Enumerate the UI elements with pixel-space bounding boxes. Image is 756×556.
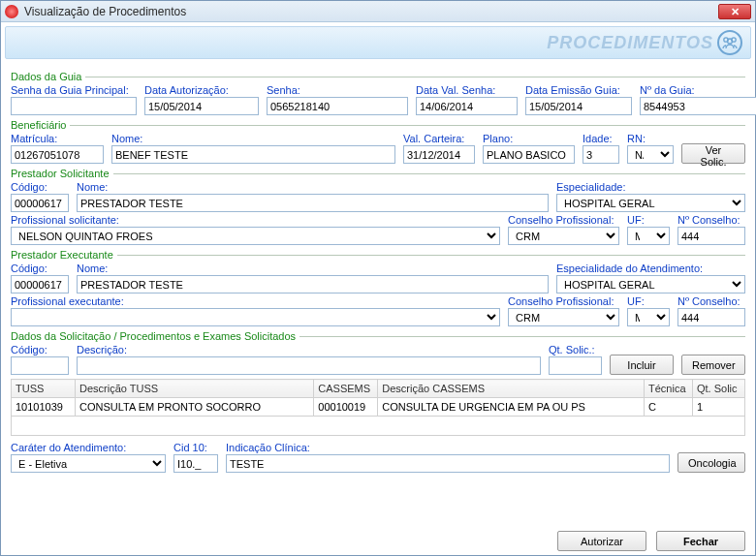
banner: PROCEDIMENTOS bbox=[5, 26, 751, 59]
table-row-empty bbox=[12, 417, 745, 436]
divider bbox=[299, 336, 745, 337]
sol-conselho-select[interactable]: CRM bbox=[508, 227, 619, 245]
exe-nome-label: Nome: bbox=[77, 263, 549, 274]
data-val-senha-input[interactable] bbox=[416, 97, 518, 115]
th-qt: Qt. Solic bbox=[693, 380, 745, 398]
prof-sol-label: Profissional solicitante: bbox=[11, 214, 500, 226]
exe-no-conselho-input[interactable] bbox=[677, 308, 745, 326]
indicacao-input[interactable] bbox=[226, 454, 670, 473]
fechar-button[interactable]: Fechar bbox=[656, 531, 745, 551]
group-prest-exe: Prestador Executante bbox=[11, 249, 745, 261]
cell-desc-tuss: CONSULTA EM PRONTO SOCORRO bbox=[76, 398, 314, 417]
prof-exe-select[interactable] bbox=[11, 308, 500, 326]
idade-label: Idade: bbox=[583, 133, 619, 144]
data-autorizacao-label: Data Autorização: bbox=[144, 84, 259, 96]
th-desc-tuss: Descrição TUSS bbox=[76, 380, 314, 398]
table-header-row: TUSS Descrição TUSS CASSEMS Descrição CA… bbox=[12, 380, 745, 398]
no-guia-label: Nº da Guia: bbox=[640, 84, 756, 96]
group-dados-sol: Dados da Solicitação / Procedimentos e E… bbox=[11, 330, 745, 342]
exe-especialidade-label: Especialidade do Atendimento: bbox=[556, 263, 745, 274]
data-val-senha-label: Data Val. Senha: bbox=[416, 84, 518, 96]
exe-codigo-input[interactable] bbox=[11, 275, 69, 293]
data-emissao-guia-label: Data Emissão Guia: bbox=[525, 84, 632, 96]
sol-nome-label: Nome: bbox=[77, 181, 549, 193]
proc-descricao-label: Descrição: bbox=[77, 344, 541, 355]
group-prest-sol: Prestador Solicitante bbox=[11, 168, 745, 179]
group-guia: Dados da Guia bbox=[11, 71, 745, 82]
window: Visualização de Procedimentos ✕ PROCEDIM… bbox=[0, 0, 756, 556]
carater-label: Caráter do Atendimento: bbox=[11, 442, 166, 453]
indicacao-label: Indicação Clínica: bbox=[226, 442, 670, 453]
data-emissao-guia-input[interactable] bbox=[525, 97, 632, 115]
prof-sol-select[interactable]: NELSON QUINTAO FROES bbox=[11, 227, 500, 245]
remover-button[interactable]: Remover bbox=[681, 355, 745, 375]
th-desc-cassems: Descrição CASSEMS bbox=[378, 380, 645, 398]
th-tuss: TUSS bbox=[12, 380, 76, 398]
incluir-button[interactable]: Incluir bbox=[610, 355, 674, 375]
ver-solic-button[interactable]: Ver Solic. bbox=[681, 143, 745, 164]
oncologia-button[interactable]: Oncologia bbox=[677, 452, 745, 473]
no-guia-input[interactable] bbox=[640, 97, 756, 115]
prof-exe-label: Profissional executante: bbox=[11, 295, 500, 307]
group-prest-sol-label: Prestador Solicitante bbox=[11, 168, 110, 179]
data-autorizacao-input[interactable] bbox=[144, 97, 259, 115]
table-row[interactable]: 10101039 CONSULTA EM PRONTO SOCORRO 0001… bbox=[12, 398, 745, 417]
rn-select[interactable]: NÃO bbox=[627, 145, 674, 164]
exe-uf-select[interactable]: MS bbox=[627, 308, 670, 326]
senha-guia-principal-label: Senha da Guia Principal: bbox=[11, 84, 137, 96]
cid10-input[interactable] bbox=[173, 454, 218, 473]
cell-cassems: 00010019 bbox=[314, 398, 378, 417]
divider bbox=[70, 125, 745, 126]
th-tecnica: Técnica bbox=[645, 380, 693, 398]
cell-tuss: 10101039 bbox=[12, 398, 76, 417]
content: Dados da Guia Senha da Guia Principal: D… bbox=[1, 63, 755, 480]
autorizar-button[interactable]: Autorizar bbox=[557, 531, 646, 551]
carater-select[interactable]: E - Eletiva bbox=[11, 454, 166, 473]
cell-qt: 1 bbox=[693, 398, 745, 417]
banner-text: PROCEDIMENTOS bbox=[547, 33, 713, 53]
exe-nome-input[interactable] bbox=[77, 275, 549, 293]
group-prest-exe-label: Prestador Executante bbox=[11, 249, 113, 261]
exe-no-conselho-label: Nº Conselho: bbox=[677, 295, 745, 307]
idade-input[interactable] bbox=[583, 145, 619, 164]
sol-conselho-label: Conselho Profissional: bbox=[508, 214, 619, 226]
sol-especialidade-select[interactable]: HOSPITAL GERAL bbox=[556, 194, 745, 212]
matricula-input[interactable] bbox=[11, 145, 104, 164]
th-cassems: CASSEMS bbox=[314, 380, 378, 398]
window-title: Visualização de Procedimentos bbox=[24, 5, 186, 18]
sol-uf-select[interactable]: MS bbox=[627, 227, 670, 245]
matricula-label: Matrícula: bbox=[11, 133, 104, 144]
exe-conselho-label: Conselho Profissional: bbox=[508, 295, 619, 307]
proc-qt-input[interactable] bbox=[549, 356, 602, 375]
cell-desc-cassems: CONSULTA DE URGENCIA EM PA OU PS bbox=[378, 398, 645, 417]
proc-qt-label: Qt. Solic.: bbox=[549, 344, 602, 355]
sol-no-conselho-input[interactable] bbox=[677, 227, 745, 245]
exe-especialidade-select[interactable]: HOSPITAL GERAL bbox=[556, 275, 745, 293]
divider bbox=[113, 173, 746, 174]
sol-no-conselho-label: Nº Conselho: bbox=[677, 214, 745, 226]
senha-guia-principal-input[interactable] bbox=[11, 97, 137, 115]
proc-codigo-input[interactable] bbox=[11, 356, 69, 375]
sol-codigo-input[interactable] bbox=[11, 194, 69, 212]
close-icon[interactable]: ✕ bbox=[718, 4, 751, 19]
proc-codigo-label: Código: bbox=[11, 344, 69, 355]
senha-input[interactable] bbox=[267, 97, 408, 115]
exe-conselho-select[interactable]: CRM bbox=[508, 308, 619, 326]
exe-codigo-label: Código: bbox=[11, 263, 69, 274]
sol-especialidade-label: Especialidade: bbox=[556, 181, 745, 193]
benef-nome-input[interactable] bbox=[111, 145, 395, 164]
proc-descricao-input[interactable] bbox=[77, 356, 541, 375]
app-icon bbox=[5, 5, 18, 18]
sol-nome-input[interactable] bbox=[77, 194, 549, 212]
cid10-label: Cid 10: bbox=[173, 442, 218, 453]
group-benef: Beneficiário bbox=[11, 119, 745, 131]
exe-uf-label: UF: bbox=[627, 295, 670, 307]
val-carteira-input[interactable] bbox=[403, 145, 475, 164]
group-dados-sol-label: Dados da Solicitação / Procedimentos e E… bbox=[11, 330, 296, 342]
val-carteira-label: Val. Carteira: bbox=[403, 133, 475, 144]
plano-input[interactable] bbox=[483, 145, 575, 164]
sol-uf-label: UF: bbox=[627, 214, 670, 226]
rn-label: RN: bbox=[627, 133, 674, 144]
benef-nome-label: Nome: bbox=[111, 133, 395, 144]
senha-label: Senha: bbox=[267, 84, 408, 96]
